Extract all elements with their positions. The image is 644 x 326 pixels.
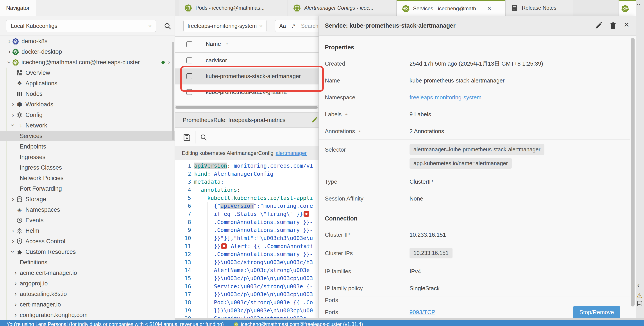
row-checkbox[interactable] <box>186 58 192 64</box>
row-checkbox[interactable] <box>186 89 192 95</box>
warning-triangle-icon[interactable]: ⚠ <box>636 292 642 300</box>
sidebar-item-configuration-konghq-com[interactable]: ›configuration.konghq.com <box>0 310 174 320</box>
sidebar-item-network-policies[interactable]: Network Policies <box>0 173 174 184</box>
indent-guide <box>207 218 214 226</box>
namespace-link[interactable]: freeleaps-monitoring-system <box>410 94 482 101</box>
close-icon[interactable]: ✕ <box>624 20 630 29</box>
sidebar-item-custom-resources[interactable]: ›Custom Resources <box>0 246 174 257</box>
sidebar-item-nodes[interactable]: Nodes <box>0 89 174 99</box>
stop-remove-button[interactable]: Stop/Remove <box>573 306 620 319</box>
sidebar-item-cert-manager-io[interactable]: ›cert-manager.io <box>0 299 174 310</box>
detail-row-label: Annotations›› <box>319 128 410 135</box>
sidebar-item-ingress-classes[interactable]: Ingress Classes <box>0 162 174 173</box>
chevron-right-icon[interactable]: › <box>6 38 12 45</box>
detail-scrollbar[interactable] <box>631 38 634 306</box>
delete-trash-icon[interactable] <box>609 21 618 30</box>
indent-guide <box>201 202 207 210</box>
detail-row-cluster-ip: Cluster IP10.233.16.151 <box>319 226 630 243</box>
sidebar-item-ingresses[interactable]: Ingresses <box>0 152 174 162</box>
edit-pencil-icon[interactable] <box>594 21 603 30</box>
indent-guide <box>207 234 214 242</box>
sidebar-item-overview[interactable]: Overview <box>0 68 174 78</box>
port-link[interactable]: 9093/TCP <box>410 309 435 316</box>
indent-guide <box>194 202 201 210</box>
column-header-name[interactable]: Name › <box>206 40 228 48</box>
sidebar-item-namespaces[interactable]: ◈Namespaces <box>0 204 174 215</box>
sidebar-item-storage[interactable]: › Storage <box>0 194 174 204</box>
chevron-down-icon[interactable]: › <box>10 122 16 129</box>
sidebar-item-icecheng-mathmast-com-freeleap[interactable]: › icecheng@mathmast.com@freeleaps-cluste… <box>0 57 174 68</box>
tab-services-icecheng-math-[interactable]: Services - icecheng@math...✕ <box>396 0 505 16</box>
save-icon[interactable] <box>182 133 191 142</box>
note-box-icon[interactable] <box>637 301 642 306</box>
select-all-checkbox[interactable] <box>186 42 192 48</box>
tab-navigator[interactable]: Navigator <box>0 0 36 16</box>
tab-pods-icecheng-mathmas-[interactable]: Pods - icecheng@mathmas... <box>179 0 288 16</box>
close-icon[interactable]: ✕ <box>487 6 491 12</box>
tab-partial-cluster[interactable] <box>618 0 636 16</box>
find-icon[interactable] <box>200 134 208 141</box>
navigator-scrollbar[interactable] <box>172 42 174 140</box>
sidebar-item-autoscaling-k8s-io[interactable]: ›autoscaling.k8s.io <box>0 289 174 299</box>
sidebar-item-acme-cert-manager-io[interactable]: ›acme.cert-manager.io <box>0 268 174 278</box>
chevron-right-icon[interactable]: › <box>13 301 18 308</box>
chevron-right-icon[interactable]: › <box>10 112 16 118</box>
search-icon[interactable] <box>164 22 172 30</box>
detail-row-value: kube-prometheus-stack-alertmanager <box>410 77 630 84</box>
sidebar-item-argoproj-io[interactable]: ›argoproj.io <box>0 278 174 289</box>
code-text: }}\u003c/strong\u003e\u003c/h3 <box>194 258 313 266</box>
chevron-right-icon[interactable]: › <box>6 48 12 55</box>
sidebar-item-helm[interactable]: › Helm <box>0 226 174 236</box>
scrollbar-thumb[interactable] <box>176 106 318 108</box>
sidebar-item-events[interactable]: Events <box>0 215 174 226</box>
bottom-scroll-strip[interactable] <box>175 318 644 320</box>
sidebar-item-demo-k8s[interactable]: › demo-k8s <box>0 36 174 46</box>
tab-release-notes[interactable]: Release Notes <box>505 0 573 16</box>
sidebar-item-definitions[interactable]: Definitions <box>0 257 174 268</box>
sidebar-item-port-forwarding[interactable]: Port Forwarding <box>0 184 174 194</box>
kubeconfig-select[interactable]: Local Kubeconfigs › <box>6 20 156 32</box>
sidebar-item-label: icecheng@mathmast.com@freeleaps-cluster <box>22 59 140 66</box>
chevron-right-icon[interactable]: › <box>13 280 18 287</box>
sidebar-item-docker-desktop[interactable]: › docker-desktop <box>0 46 174 57</box>
detail-row-labels: Labels››9 Labels <box>319 106 630 123</box>
sidebar-item-config[interactable]: › Config <box>0 110 174 120</box>
connected-status-dot <box>162 61 165 64</box>
detail-row-label: Selector <box>319 140 410 153</box>
sort-updown-icon[interactable]: ›› <box>358 129 361 134</box>
sidebar-item-workloads[interactable]: ›⬢Workloads <box>0 99 174 110</box>
regex-toggle[interactable]: .* <box>292 23 296 29</box>
chevron-down-icon[interactable]: › <box>6 59 12 66</box>
indent-guide <box>194 218 201 226</box>
code-token: {" <box>214 203 220 209</box>
sidebar-item-services[interactable]: Services <box>0 131 174 141</box>
sidebar-item-network[interactable]: ›↑↓Network <box>0 120 174 131</box>
indent-guide <box>207 250 214 258</box>
alertmanagerconfig-link[interactable]: alertmanager <box>276 150 307 156</box>
detail-row-value: alertmanager=kube-prometheus-stack-alert… <box>410 140 630 173</box>
detail-row-ip-family-policy: IP family policySingleStack <box>319 280 630 296</box>
sidebar-item-endpoints[interactable]: Endpoints <box>0 141 174 152</box>
row-checkbox[interactable] <box>186 73 192 79</box>
cluster-status[interactable]: icecheng@mathmast.com@freeleaps-cluster … <box>234 322 363 326</box>
sort-updown-icon[interactable]: ›› <box>345 112 348 117</box>
edit-pencil-icon[interactable] <box>310 116 318 124</box>
tab-alertmanager-configs-ice[interactable]: Alertmanager Configs - icec... <box>288 0 396 16</box>
collapse-chevron-left-icon[interactable]: ‹ <box>637 281 640 289</box>
chevron-right-icon[interactable]: › <box>13 312 18 318</box>
chevron-down-icon[interactable]: › <box>10 248 16 255</box>
code-text: .CommonAnnotations.summary }}- <box>194 218 313 226</box>
chevron-right-icon[interactable]: › <box>10 196 16 203</box>
sidebar-item-applications[interactable]: ❖Applications <box>0 78 174 89</box>
indent-guide <box>207 282 214 290</box>
sidebar-item-access-control[interactable]: ›Access Control <box>0 236 174 246</box>
chevron-right-icon[interactable]: › <box>13 290 18 298</box>
chevron-right-icon[interactable]: › <box>168 59 170 66</box>
match-case-toggle[interactable]: Aa <box>279 23 286 29</box>
chevron-right-icon[interactable]: › <box>10 227 16 234</box>
chevron-right-icon[interactable]: › <box>13 270 18 276</box>
code-text: Pod:\u003c/strong\u003e {{ .Co <box>194 298 313 306</box>
chevron-right-icon[interactable]: › <box>10 238 16 245</box>
namespace-select[interactable]: freeleaps-monitoring-system › <box>183 20 267 32</box>
chevron-right-icon[interactable]: › <box>10 101 16 108</box>
